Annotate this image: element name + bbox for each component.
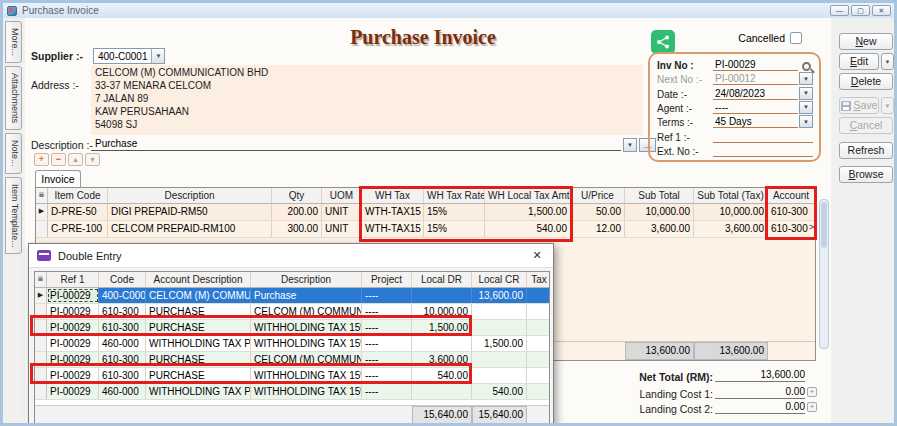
cell-u_price: 12.00 [571,221,625,237]
column-header-uom[interactable]: UOM [322,188,362,203]
add-row-button[interactable]: + [34,153,49,166]
meta-value-ext-no[interactable] [713,156,813,157]
landing-cost-2-value[interactable]: 0.00 [715,401,805,414]
button-label: Save [854,98,878,113]
remove-row-button[interactable]: − [51,153,66,166]
grid-header-row: ≣Item CodeDescriptionQtyUOMWH TaxWH Tax … [36,188,815,204]
minimize-button[interactable]: — [830,5,849,16]
edit-button[interactable]: Edit [839,53,879,70]
column-header-account[interactable]: Account [768,188,815,203]
maximize-button[interactable]: ▢ [851,5,870,16]
cell-ref1: PI-00029 [47,320,99,335]
table-row[interactable]: PI-00029610-300PURCHASECELCOM (M) COMMUN… [35,352,549,368]
refresh-button[interactable]: Refresh [839,142,893,159]
table-row[interactable]: ▶D-PRE-50DIGI PREPAID-RM50200.00UNITWTH-… [36,204,815,221]
cell-project: ---- [362,352,412,367]
button-label: Browse [848,167,883,182]
chevron-down-icon[interactable]: ▼ [799,101,813,114]
meta-label: Terms :- [657,117,713,128]
meta-value-date[interactable]: 24/08/2023 [713,88,798,100]
share-icon[interactable] [651,30,675,54]
column-header-dr[interactable]: Local DR [412,272,472,287]
table-row[interactable]: PI-00029610-300PURCHASECELCOM (M) COMMUN… [35,304,549,320]
cell-desc: Purchase [251,288,362,303]
cell-ref1: PI-00029 [47,304,99,319]
grid-expander-icon[interactable]: > [809,222,814,232]
footer-total-dr: 15,640.00 [412,406,472,424]
cancelled-checkbox[interactable] [790,32,802,44]
scrollbar-thumb[interactable] [821,202,827,248]
column-header-qty[interactable]: Qty [272,188,322,203]
move-down-row-button[interactable]: ▼ [85,153,100,166]
sidebar-tab-item-template[interactable]: Item Template... [5,177,22,255]
table-row[interactable]: C-PRE-100CELCOM PREPAID-RM100300.00UNITW… [36,221,815,238]
column-header-code[interactable]: Code [99,272,146,287]
meta-label: Inv No : [657,60,713,71]
table-row[interactable]: PI-00029460-000WITHHOLDING TAX P...WITHH… [35,384,549,400]
column-header-wh_tax[interactable]: WH Tax [362,188,424,203]
double-entry-dialog: Double Entry ✕ ≣Ref 1CodeAccount Descrip… [28,243,554,426]
delete-button[interactable]: Delete [839,73,893,90]
description-dropdown-button[interactable]: ▼ [623,138,637,152]
move-up-row-button[interactable]: ▲ [68,153,83,166]
cell-description: CELCOM PREPAID-RM100 [108,221,272,237]
save-button: Save [839,97,879,114]
column-header-wh_tax_rate[interactable]: WH Tax Rate [424,188,485,203]
meta-value-inv-no[interactable]: PI-00029 [713,59,798,71]
grid-scrollbar[interactable] [819,199,829,349]
chevron-down-icon[interactable]: ▼ [151,49,164,63]
meta-value-agent[interactable]: ---- [713,102,798,114]
column-header-sub_total[interactable]: Sub Total [625,188,694,203]
table-row[interactable]: PI-00029610-300PURCHASEWITHHOLDING TAX 1… [35,368,549,384]
sidebar-tab-note[interactable]: Note... [5,133,22,174]
browse-button[interactable]: Browse [839,166,893,183]
dialog-titlebar[interactable]: Double Entry ✕ [29,244,553,268]
cell-dr: 10,000.00 [412,304,472,319]
column-header-ref1[interactable]: Ref 1 [47,272,99,287]
column-header-acct_desc[interactable]: Account Description [146,272,251,287]
cell-desc: WITHHOLDING TAX 15% [251,336,362,351]
column-header-item_code[interactable]: Item Code [48,188,108,203]
meta-value-next-no[interactable]: PI-00012 [713,73,798,85]
column-header-desc[interactable]: Description [251,272,362,287]
landing-cost-1-value[interactable]: 0.00 [715,386,805,399]
chevron-down-icon[interactable]: ▼ [799,115,813,128]
table-row[interactable]: ▶PI-00029400-C0001CELCOM (M) COMMU...Pur… [35,288,549,304]
close-button[interactable]: ✕ [872,5,891,16]
search-icon[interactable] [802,62,811,71]
cell-acct_desc: WITHHOLDING TAX P... [146,384,251,399]
cell-ref1: PI-00029 [47,336,99,351]
cell-acct_desc: PURCHASE [146,304,251,319]
description-input[interactable]: Purchase [91,136,621,151]
column-header-cr[interactable]: Local CR [472,272,527,287]
chevron-down-icon[interactable]: ▼ [799,72,813,85]
column-header-wh_local_tax_amt[interactable]: WH Local Tax Amt [485,188,571,203]
meta-value-terms[interactable]: 45 Days [713,116,798,128]
cell-qty: 200.00 [272,204,322,220]
column-header-project[interactable]: Project [362,272,412,287]
chevron-down-icon[interactable]: ▼ [799,87,813,100]
cell-wh_local_tax_amt: 540.00 [485,221,571,237]
table-row[interactable]: PI-00029610-300PURCHASEWITHHOLDING TAX 1… [35,320,549,336]
landing-cost-1-add-button[interactable]: + [807,387,817,397]
meta-control: ▼ [798,72,813,85]
column-header-sub_total_tax[interactable]: Sub Total (Tax) [694,188,768,203]
cell-wh_tax_rate: 15% [424,221,485,237]
sidebar-tab-attachments[interactable]: Attachments [5,66,22,130]
supplier-code: 400-C0001 [94,49,151,63]
footer-spacer [99,406,146,424]
column-header-tax[interactable]: Tax [527,272,550,287]
supplier-combo[interactable]: 400-C0001 ▼ [93,48,165,64]
landing-cost-2-add-button[interactable]: + [807,402,817,412]
close-icon[interactable]: ✕ [530,248,544,262]
new-button[interactable]: New [839,33,893,50]
column-header-u_price[interactable]: U/Price [571,188,625,203]
sidebar-tab-more[interactable]: More... [5,21,22,63]
table-row[interactable]: PI-00029460-000WITHHOLDING TAX P...WITHH… [35,336,549,352]
cell-project: ---- [362,304,412,319]
edit-dropdown-button[interactable]: ▼ [881,53,894,70]
column-header-description[interactable]: Description [108,188,272,203]
cell-cr [472,304,527,319]
tab-invoice[interactable]: Invoice [35,170,81,188]
cell-code: 610-300 [99,352,146,367]
